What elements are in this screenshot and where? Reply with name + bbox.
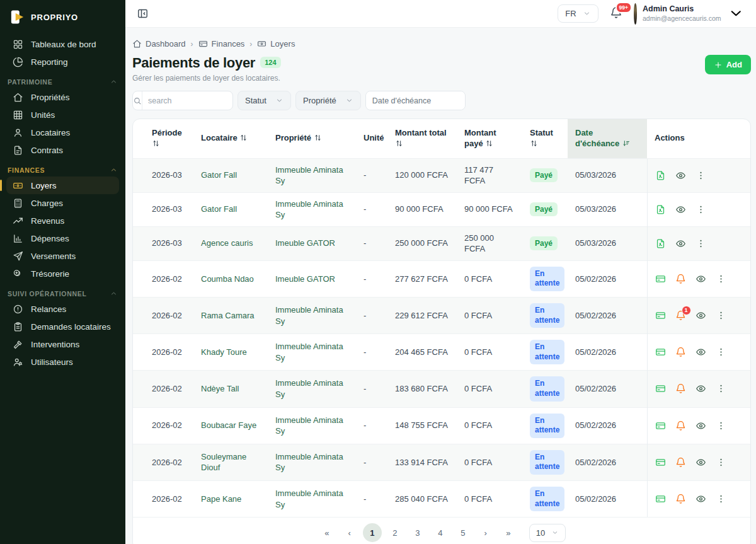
view-button[interactable] bbox=[675, 238, 686, 249]
receipt-pdf-button[interactable] bbox=[655, 204, 666, 215]
pagination-page-4[interactable]: 4 bbox=[431, 523, 450, 542]
cell-locataire[interactable]: Souleymane Diouf bbox=[193, 444, 268, 480]
cell-locataire[interactable]: Gator Fall bbox=[193, 192, 268, 226]
sidebar-item-interventions[interactable]: Interventions bbox=[6, 335, 119, 353]
cell-propriete[interactable]: Immeuble Aminata Sy bbox=[268, 407, 356, 444]
sidebar-item-locataires[interactable]: Locataires bbox=[6, 124, 119, 141]
sidebar-item-utilisateurs[interactable]: Utilisateurs bbox=[6, 353, 119, 371]
cell-locataire[interactable]: Gator Fall bbox=[193, 158, 268, 192]
propriete-filter[interactable]: Propriété bbox=[295, 91, 361, 110]
add-button[interactable]: Add bbox=[705, 55, 751, 74]
search-input[interactable] bbox=[142, 91, 233, 110]
remind-button[interactable] bbox=[675, 457, 686, 468]
sidebar-section-patrimoine[interactable]: PATRIMOINE bbox=[8, 78, 118, 86]
more-actions-button[interactable] bbox=[716, 347, 726, 357]
column-header-statut[interactable]: Statut bbox=[522, 119, 568, 158]
more-actions-button[interactable] bbox=[696, 204, 706, 215]
pagination-last[interactable]: » bbox=[499, 523, 518, 542]
view-button[interactable] bbox=[696, 274, 706, 284]
sidebar-section-suivi-op-rationnel[interactable]: SUIVI OPÉRATIONNEL bbox=[8, 289, 118, 298]
column-header-montant-payé[interactable]: Montant payé bbox=[457, 119, 522, 158]
remind-button[interactable] bbox=[675, 274, 686, 284]
cell-propriete[interactable]: Immeuble Aminata Sy bbox=[268, 192, 356, 226]
view-button[interactable] bbox=[696, 494, 706, 504]
pagination-first[interactable]: « bbox=[318, 523, 336, 542]
cell-propriete[interactable]: Imeuble GATOR bbox=[268, 260, 356, 297]
cell-propriete[interactable]: Immeuble Aminata Sy bbox=[268, 444, 356, 480]
view-button[interactable] bbox=[696, 420, 706, 431]
remind-button[interactable] bbox=[675, 347, 686, 357]
view-button[interactable] bbox=[696, 347, 706, 357]
view-button[interactable] bbox=[675, 204, 686, 215]
receipt-pdf-button[interactable] bbox=[655, 170, 666, 181]
cell-propriete[interactable]: Immeuble Aminata Sy bbox=[268, 334, 356, 371]
pagination-page-5[interactable]: 5 bbox=[454, 523, 472, 542]
cell-locataire[interactable]: Khady Toure bbox=[193, 334, 268, 371]
receipt-pdf-button[interactable] bbox=[655, 238, 666, 249]
pagination-page-3[interactable]: 3 bbox=[408, 523, 427, 542]
sidebar-item-demandes-locataires[interactable]: Demandes locataires bbox=[6, 318, 119, 335]
pay-button[interactable] bbox=[655, 274, 666, 284]
sidebar-item-contrats[interactable]: Contrats bbox=[6, 141, 119, 159]
more-actions-button[interactable] bbox=[716, 494, 726, 504]
pagination-prev[interactable]: ‹ bbox=[340, 523, 359, 542]
cell-propriete[interactable]: Immeuble Aminata Sy bbox=[268, 480, 356, 517]
page-size-select[interactable]: 10 bbox=[529, 524, 566, 542]
sidebar-item-loyers[interactable]: Loyers bbox=[6, 177, 119, 194]
remind-button[interactable] bbox=[675, 420, 686, 431]
view-button[interactable] bbox=[696, 310, 706, 321]
view-button[interactable] bbox=[675, 170, 686, 181]
sidebar-item-propriétés[interactable]: Propriétés bbox=[6, 88, 119, 106]
pay-button[interactable] bbox=[655, 457, 666, 468]
more-actions-button[interactable] bbox=[696, 170, 706, 181]
cell-locataire[interactable]: Ndèye Tall bbox=[193, 371, 268, 407]
pay-button[interactable] bbox=[655, 347, 666, 357]
cell-propriete[interactable]: Imeuble GATOR bbox=[268, 226, 356, 260]
cell-locataire[interactable]: Rama Camara bbox=[193, 297, 268, 333]
pagination-page-2[interactable]: 2 bbox=[386, 523, 404, 542]
pay-button[interactable] bbox=[655, 383, 666, 394]
notifications-button[interactable]: 99+ bbox=[610, 6, 622, 21]
pay-button[interactable] bbox=[655, 420, 666, 431]
sidebar-section-finances[interactable]: FINANCES bbox=[8, 166, 118, 174]
sidebar-item-revenus[interactable]: Revenus bbox=[6, 212, 119, 229]
pay-button[interactable] bbox=[655, 494, 666, 504]
sidebar-collapse-button[interactable] bbox=[134, 6, 151, 22]
column-header-propriété[interactable]: Propriété bbox=[268, 119, 356, 158]
cell-locataire[interactable]: Boubacar Faye bbox=[193, 407, 268, 444]
view-button[interactable] bbox=[696, 457, 706, 468]
sidebar-item-dépenses[interactable]: Dépenses bbox=[6, 229, 119, 247]
remind-button[interactable] bbox=[675, 494, 686, 504]
view-button[interactable] bbox=[696, 383, 706, 394]
breadcrumb-item-finances[interactable]: Finances bbox=[198, 39, 245, 49]
cell-propriete[interactable]: Immeuble Aminata Sy bbox=[268, 158, 356, 192]
more-actions-button[interactable] bbox=[716, 274, 726, 284]
sidebar-item-versements[interactable]: Versements bbox=[6, 247, 119, 265]
column-header-période[interactable]: Période bbox=[133, 119, 193, 158]
pay-button[interactable] bbox=[655, 310, 666, 321]
sidebar-item-trésorerie[interactable]: Trésorerie bbox=[6, 265, 119, 282]
statut-filter[interactable]: Statut bbox=[238, 91, 291, 110]
cell-locataire[interactable]: Agence cauris bbox=[193, 226, 268, 260]
more-actions-button[interactable] bbox=[696, 238, 706, 249]
cell-propriete[interactable]: Immeuble Aminata Sy bbox=[268, 371, 356, 407]
sidebar-item-charges[interactable]: Charges bbox=[6, 194, 119, 212]
breadcrumb-item-dashboard[interactable]: Dashboard bbox=[132, 39, 186, 49]
sidebar-item-tableaux-de-bord[interactable]: Tableaux de bord bbox=[6, 35, 119, 53]
column-header-montant-total[interactable]: Montant total bbox=[387, 119, 457, 158]
date-filter-input[interactable] bbox=[366, 91, 466, 110]
column-header-locataire[interactable]: Locataire bbox=[193, 119, 268, 158]
breadcrumb-item-loyers[interactable]: Loyers bbox=[257, 39, 295, 49]
remind-button[interactable] bbox=[675, 383, 686, 394]
pagination-next[interactable]: › bbox=[476, 523, 495, 542]
sidebar-item-unités[interactable]: Unités bbox=[6, 106, 119, 124]
more-actions-button[interactable] bbox=[716, 310, 726, 321]
cell-locataire[interactable]: Pape Kane bbox=[193, 480, 268, 517]
more-actions-button[interactable] bbox=[716, 420, 726, 431]
column-header-date-d-échéance[interactable]: Date d'échéance bbox=[568, 119, 647, 158]
cell-propriete[interactable]: Immeuble Aminata Sy bbox=[268, 297, 356, 333]
sidebar-item-reporting[interactable]: Reporting bbox=[6, 53, 119, 71]
more-actions-button[interactable] bbox=[716, 457, 726, 468]
more-actions-button[interactable] bbox=[716, 383, 726, 394]
user-menu[interactable]: Admin Cauris admin@agencecauris.com bbox=[634, 3, 745, 25]
